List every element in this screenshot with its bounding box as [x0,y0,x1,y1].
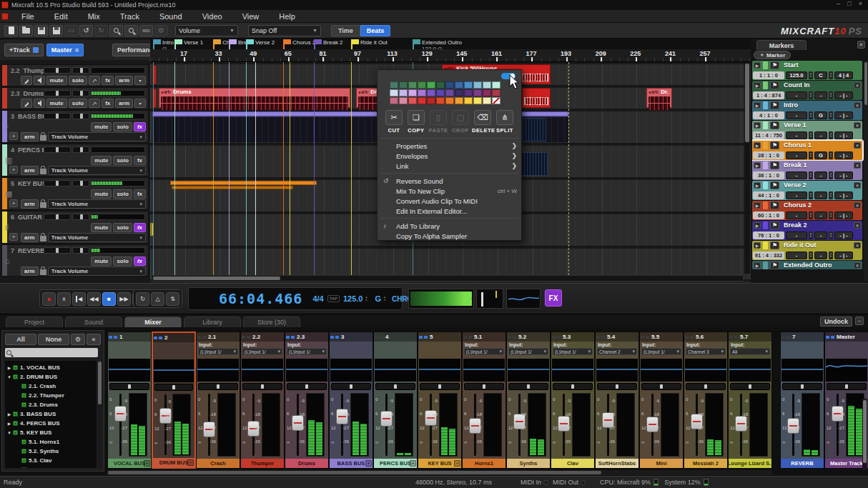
marker-key[interactable]: - [814,171,827,179]
channel-name[interactable]: REVERB [781,459,824,468]
marker-color-chip[interactable] [763,141,768,149]
menu-edit[interactable]: Edit [44,11,78,22]
channel-eq-display[interactable] [826,359,867,382]
track-volume-slider[interactable] [72,90,89,96]
scrollbar-thumb[interactable] [745,64,749,142]
rewind-button[interactable]: ◀◀ [87,292,101,306]
pan-slider[interactable] [154,384,193,391]
flag-icon[interactable]: ⚑ [770,262,779,269]
marker-color-chip[interactable] [763,241,768,249]
pan-slider[interactable] [686,383,726,390]
mixer-strip-5.7[interactable]: 5.7Input:All▾0612∞-9-18-27-36Lounge Liza… [728,332,772,469]
track-automation-dropdown[interactable]: Track Volume▾ [48,166,146,175]
flag-icon[interactable]: ⚑ [770,81,779,89]
scrollbar-thumb[interactable] [98,362,102,404]
marker-delete-button[interactable]: ✕ [854,222,861,229]
tempo-spinner[interactable]: ▲▼ [809,231,813,239]
marker-timesig[interactable]: - | - [834,111,853,119]
marker-color-chip[interactable] [763,161,768,169]
arrange-vertical-scrollbar[interactable] [744,62,750,274]
key-spinner[interactable]: ▲▼ [829,211,833,219]
fx-button[interactable]: fx [102,76,114,85]
marker-color-chip[interactable] [763,101,768,109]
fast-forward-button[interactable]: ▶▶ [117,292,131,306]
tempo-display[interactable]: 125.0 [343,294,363,303]
no-color-swatch[interactable] [492,97,500,104]
input-dropdown[interactable]: (L)Input 1/▾ [553,348,593,355]
flag-icon[interactable]: ⚑ [770,141,779,149]
midi-clip[interactable] [172,186,293,189]
menu-item-edit-in-external-editor-[interactable]: Edit In External Editor... [378,206,523,216]
mixer-settings-button[interactable]: ⚙ [71,334,85,345]
marker-position[interactable]: 36 : 1 : 0 [753,171,784,179]
checkbox-icon[interactable]: ✕ [21,439,26,444]
add-marker-button[interactable]: ＋Marker [754,51,791,59]
expand-icon[interactable]: ▶ [754,102,761,109]
pan-slider[interactable] [287,383,327,390]
color-swatch[interactable] [427,81,435,89]
marker-delete-button[interactable]: ✕ [854,262,861,269]
master-fx-button[interactable]: FX [545,289,562,307]
marker-timesig[interactable]: - | - [834,91,853,99]
save-as-button[interactable] [49,25,63,36]
menu-item-convert-audio-clip-to-midi[interactable]: Convert Audio Clip To MIDI [378,196,523,206]
channel-name[interactable]: Lounge Lizard S.. [729,459,771,468]
mixer-vertical-scrollbar[interactable] [862,399,867,470]
key-spinner[interactable]: ▲▼ [829,131,833,139]
tempo-spinner[interactable]: ▲▼ [809,191,813,199]
add-subtrack-button[interactable]: + [9,233,18,241]
menu-item-mix-to-new-clip[interactable]: Mix To New Clipctrl + W [378,186,523,196]
channel-collapse-toggle[interactable]: + [144,460,150,467]
marker-row-ride-it-out[interactable]: ▶⚑Ride it Out✕91 : 4 : 332-▲▼-▲▼- | - [752,241,862,260]
color-swatch[interactable] [473,81,482,89]
color-swatch[interactable] [445,81,454,89]
input-dropdown[interactable]: Channel 3▾ [686,348,726,355]
mixer-strip-3[interactable]: 30612∞-9-18-27-36BASS BUS+ [329,332,373,469]
key-spinner[interactable]: ▲▼ [829,191,833,199]
track-pan-slider[interactable] [44,180,71,186]
color-swatch[interactable] [390,81,398,89]
marker-position[interactable]: 1 : 1 : 0 [753,71,784,79]
input-dropdown[interactable]: (L)Input 1/▾ [464,348,504,355]
mixer-strip-1[interactable]: 10612∞-9-18-27-36VOCAL BUS+ [107,332,152,469]
add-subtrack-button[interactable]: + [9,199,18,207]
metronome-button[interactable]: △ [151,292,164,306]
menu-item-link[interactable]: Link❯ [378,161,523,171]
channel-collapse-toggle[interactable]: + [410,460,416,467]
channel-eq-display[interactable] [781,359,823,382]
loop-button[interactable]: ↻ [136,292,149,306]
marker-key[interactable]: - [814,191,827,199]
color-swatch[interactable] [464,81,473,89]
mute-button[interactable]: mute [46,99,67,108]
marker-timesig[interactable]: - | - [834,252,853,259]
audio-clip-drums[interactable]: ▸⊘↻ Drums [159,88,350,108]
marker-key[interactable]: C [814,71,827,79]
channel-eq-display[interactable] [286,359,327,382]
mixer-strip-5.4[interactable]: 5.4Input:Channel 2▾0612∞-9-18-27-36SoftH… [595,332,639,469]
time-mode-button[interactable]: Time [331,25,360,36]
channel-eq-display[interactable] [242,359,283,382]
automation-button[interactable] [89,99,100,108]
marker-tempo[interactable]: - [786,231,807,239]
expand-icon[interactable]: ▶ [754,242,761,249]
channel-eq-display[interactable] [641,359,682,382]
color-swatch[interactable] [473,97,482,104]
solo-button[interactable]: solo [113,122,132,131]
pan-slider[interactable] [464,383,504,390]
color-swatch[interactable] [418,89,426,96]
arm-button[interactable]: arm [21,267,39,276]
markers-tab[interactable]: Markers [756,40,807,50]
marker-key[interactable]: G [814,151,827,159]
tab-sound[interactable]: Sound [65,317,122,327]
marker-row-break-2[interactable]: ▶⚑Break 2✕76 : 1 : 0-▲▼-▲▼- | - [752,221,862,240]
arrange-horizontal-scrollbar[interactable] [152,275,744,282]
marker-row-chorus-1[interactable]: ▶⚑Chorus 1✕28 : 1 : 0-▲▼G▲▼- | - [752,141,862,160]
color-swatch[interactable] [399,97,408,104]
track-pan-slider[interactable] [44,146,71,153]
marker-row-start[interactable]: ▶⚑Start1 : 1 : 0125.0▲▼C▲▼4 | 4 [752,61,862,80]
color-swatch[interactable] [399,89,408,96]
pan-slider[interactable] [198,383,238,390]
track-header-6[interactable]: 6GUITAR BUS♯mutesolofxarmTrack Volume▾+ [1,211,149,244]
tree-item-5-key-bus[interactable]: ▼✕5. KEY BUS [5,428,97,437]
marker-delete-button[interactable]: ✕ [854,102,861,109]
